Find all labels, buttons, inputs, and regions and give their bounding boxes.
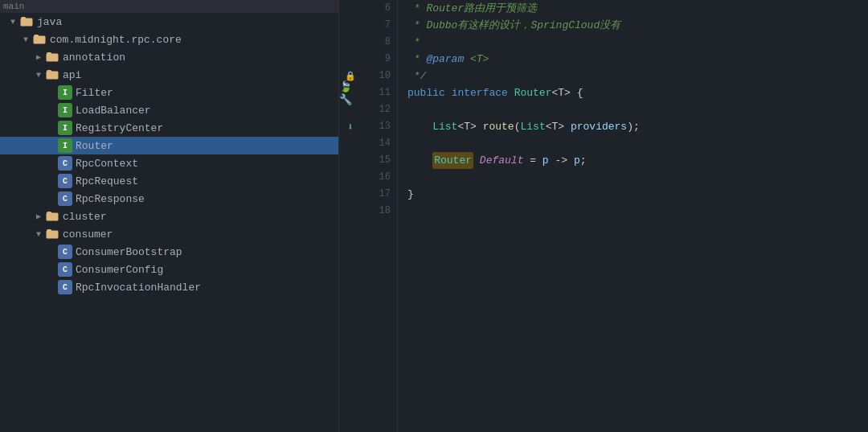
file-consumerconfig[interactable]: C ConsumerConfig — [0, 261, 338, 278]
ln-11: 11 — [368, 84, 391, 101]
ln-10: 10 — [368, 68, 391, 84]
folder-com-label: com.midnight.rpc.core — [50, 34, 182, 46]
folder-java[interactable]: ▼ java — [0, 13, 338, 31]
ln-13: 13 — [368, 118, 391, 135]
ln-18: 18 — [368, 203, 391, 220]
folder-com-midnight[interactable]: ▼ com.midnight.rpc.core — [0, 31, 338, 48]
code-line-11: public interface Router <T> { — [407, 84, 868, 101]
gutter-6 — [339, 0, 362, 17]
ln-6: 6 — [368, 0, 391, 17]
code-content[interactable]: * Router路由用于预筛选 * Dubbo有这样的设计，SpringClou… — [398, 0, 868, 432]
folder-cluster[interactable]: ▶ cluster — [0, 208, 338, 225]
code-line-17: } — [407, 186, 868, 203]
code-line-7: * Dubbo有这样的设计，SpringCloud没有 — [407, 17, 868, 34]
folder-icon — [45, 68, 59, 82]
folder-consumer[interactable]: ▼ consumer — [0, 225, 338, 243]
file-rpccontext-label: RpcContext — [76, 158, 138, 170]
file-filter[interactable]: I Filter — [0, 84, 338, 101]
file-registrycenter[interactable]: I RegistryCenter — [0, 119, 338, 137]
gutter-17 — [339, 186, 362, 203]
folder-annotation-label: annotation — [63, 51, 125, 64]
arrow-icon: ▶ — [32, 212, 45, 221]
code-line-12 — [407, 101, 868, 118]
class-icon: C — [58, 245, 72, 259]
folder-annotation[interactable]: ▶ annotation — [0, 48, 338, 66]
ln-14: 14 — [368, 135, 391, 152]
ln-8: 8 — [368, 34, 391, 51]
folder-cluster-label: cluster — [63, 211, 107, 223]
file-rpcresponse-label: RpcResponse — [76, 193, 145, 205]
arrow-icon: ▼ — [6, 18, 19, 27]
folder-api[interactable]: ▼ api — [0, 66, 338, 84]
file-loadbalancer[interactable]: I LoadBalancer — [0, 101, 338, 119]
folder-icon — [19, 14, 34, 29]
class-icon: C — [58, 174, 72, 188]
folder-consumer-label: consumer — [63, 228, 113, 241]
file-rpcinvocationhandler-label: RpcInvocationHandler — [76, 282, 201, 294]
code-line-16 — [407, 169, 868, 186]
folder-icon — [45, 209, 59, 224]
file-registrycenter-label: RegistryCenter — [76, 122, 163, 134]
code-line-8: * — [407, 34, 868, 51]
code-line-9: * @param <T> — [407, 51, 868, 68]
file-consumerbootstrap[interactable]: C ConsumerBootstrap — [0, 243, 338, 261]
file-rpcresponse[interactable]: C RpcResponse — [0, 190, 338, 208]
folder-icon — [45, 227, 59, 241]
code-line-15: Router Default = p -> p ; — [407, 152, 868, 169]
line-numbers: 6 7 8 9 10 11 12 13 14 15 16 17 18 — [362, 0, 398, 432]
file-consumerconfig-label: ConsumerConfig — [76, 264, 163, 276]
file-router-label: Router — [76, 140, 113, 152]
code-line-18 — [407, 203, 868, 220]
file-consumerbootstrap-label: ConsumerBootstrap — [76, 246, 182, 258]
ln-9: 9 — [368, 51, 391, 68]
file-router[interactable]: I Router — [0, 137, 338, 154]
interface-icon: I — [58, 121, 72, 135]
file-rpcrequest[interactable]: C RpcRequest — [0, 172, 338, 190]
file-rpcrequest-label: RpcRequest — [76, 175, 138, 187]
class-icon: C — [58, 262, 72, 277]
class-icon: C — [58, 280, 72, 294]
file-rpccontext[interactable]: C RpcContext — [0, 154, 338, 172]
gutter-15 — [339, 152, 362, 169]
file-rpcinvocationhandler[interactable]: C RpcInvocationHandler — [0, 278, 338, 296]
code-line-13: List <T> route ( List <T> providers ); — [407, 118, 868, 135]
interface-icon: I — [58, 85, 72, 100]
gutter-16 — [339, 169, 362, 186]
folder-java-label: java — [37, 16, 62, 28]
file-filter-label: Filter — [76, 87, 113, 99]
gutter-14 — [339, 135, 362, 152]
interface-icon: I — [58, 138, 72, 153]
folder-icon — [45, 50, 59, 64]
ln-12: 12 — [368, 101, 391, 118]
gutter-7 — [339, 17, 362, 34]
file-tree[interactable]: main ▼ java ▼ com.midnight.rpc.core ▶ an… — [0, 0, 339, 432]
gutter-18 — [339, 203, 362, 220]
arrow-icon: ▼ — [19, 35, 32, 44]
arrow-icon: ▼ — [32, 71, 45, 80]
section-main: main — [0, 0, 338, 13]
code-line-10: */ — [407, 68, 868, 84]
gutter-13[interactable]: ⬇ — [339, 118, 362, 135]
folder-api-label: api — [63, 69, 81, 81]
code-line-14 — [407, 135, 868, 152]
code-line-6: * Router路由用于预筛选 — [407, 0, 868, 17]
gutter-11[interactable]: 🍃🔧 — [339, 84, 362, 101]
class-icon: C — [58, 156, 72, 171]
code-editor[interactable]: 🔒 🍃🔧 ⬇ 6 7 8 9 10 11 12 13 14 15 16 17 1… — [339, 0, 868, 432]
ln-16: 16 — [368, 169, 391, 186]
gutter-12 — [339, 101, 362, 118]
ln-17: 17 — [368, 186, 391, 203]
ln-15: 15 — [368, 152, 391, 169]
gutter: 🔒 🍃🔧 ⬇ — [339, 0, 362, 432]
interface-icon: I — [58, 103, 72, 117]
class-icon: C — [58, 191, 72, 206]
arrow-icon: ▼ — [32, 230, 45, 239]
ln-7: 7 — [368, 17, 391, 34]
gutter-9 — [339, 51, 362, 68]
gutter-8 — [339, 34, 362, 51]
folder-icon — [32, 32, 47, 47]
arrow-icon: ▶ — [32, 52, 45, 62]
file-loadbalancer-label: LoadBalancer — [76, 105, 151, 117]
